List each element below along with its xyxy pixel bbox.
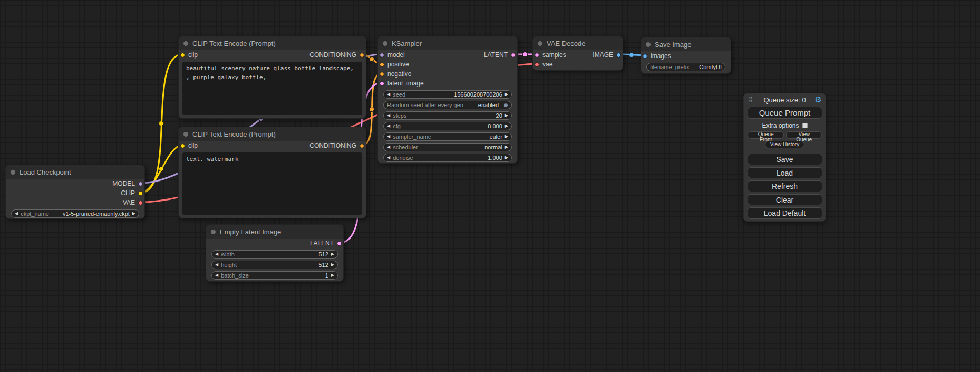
widget-scheduler[interactable]: ◀ scheduler normal ▶ bbox=[383, 143, 512, 151]
view-queue-button[interactable]: View Queue bbox=[786, 131, 822, 139]
refresh-button[interactable]: Refresh bbox=[748, 180, 822, 192]
node-empty-latent-image[interactable]: Empty Latent Image LATENT ◀ width 512 ▶ … bbox=[206, 224, 344, 282]
output-slot-clip[interactable]: CLIP bbox=[121, 189, 143, 197]
decrement-icon[interactable]: ◀ bbox=[387, 124, 390, 128]
collapse-dot-icon[interactable] bbox=[11, 170, 15, 175]
output-slot-latent[interactable]: LATENT bbox=[310, 240, 342, 247]
input-port-negative[interactable] bbox=[380, 72, 384, 77]
settings-gear-icon[interactable]: ⚙ bbox=[815, 95, 822, 104]
node-titlebar[interactable]: VAE Decode bbox=[533, 36, 623, 50]
widget-steps[interactable]: ◀ steps 20 ▶ bbox=[383, 111, 512, 120]
increment-icon[interactable]: ▶ bbox=[505, 92, 508, 97]
load-default-button[interactable]: Load Default bbox=[748, 207, 822, 219]
input-port-vae[interactable] bbox=[535, 62, 539, 67]
output-port-model[interactable] bbox=[138, 182, 143, 186]
increment-icon[interactable]: ▶ bbox=[331, 263, 334, 267]
widget-filename-prefix[interactable]: filename_prefix ComfyUI bbox=[646, 63, 725, 71]
input-port-latent-image[interactable] bbox=[380, 81, 384, 86]
node-graph-canvas[interactable]: Load Checkpoint MODEL CLIP VAE ◀ ckpt_na… bbox=[0, 0, 980, 372]
toggle-dot-icon[interactable] bbox=[503, 103, 508, 108]
collapse-dot-icon[interactable] bbox=[211, 230, 216, 234]
input-port-images[interactable] bbox=[643, 54, 647, 59]
decrement-icon[interactable]: ◀ bbox=[387, 145, 390, 149]
widget-ckpt-name[interactable]: ◀ ckpt_name v1-5-pruned-emaonly.ckpt ▶ bbox=[11, 209, 139, 218]
input-port-samples[interactable] bbox=[535, 53, 539, 58]
output-slot-latent[interactable]: LATENT bbox=[484, 51, 516, 59]
increment-icon[interactable]: ▶ bbox=[331, 273, 334, 278]
collapse-dot-icon[interactable] bbox=[538, 41, 542, 46]
output-port-latent[interactable] bbox=[337, 241, 342, 246]
collapse-dot-icon[interactable] bbox=[646, 42, 651, 47]
widget-sampler-name[interactable]: ◀ sampler_name euler ▶ bbox=[383, 132, 512, 141]
extra-options-checkbox[interactable] bbox=[802, 123, 808, 128]
widget-height[interactable]: ◀ height 512 ▶ bbox=[211, 261, 338, 269]
input-port-clip[interactable] bbox=[180, 144, 185, 148]
increment-icon[interactable]: ▶ bbox=[331, 252, 334, 256]
clear-button[interactable]: Clear bbox=[748, 194, 822, 206]
increment-icon[interactable]: ▶ bbox=[505, 135, 508, 139]
prev-value-icon[interactable]: ◀ bbox=[15, 212, 18, 216]
widget-denoise[interactable]: ◀ denoise 1.000 ▶ bbox=[383, 154, 512, 162]
node-titlebar[interactable]: CLIP Text Encode (Prompt) bbox=[179, 36, 366, 50]
input-slot-clip[interactable]: clip bbox=[180, 142, 198, 149]
decrement-icon[interactable]: ◀ bbox=[215, 263, 218, 267]
output-port-conditioning[interactable] bbox=[360, 53, 364, 58]
widget-width[interactable]: ◀ width 512 ▶ bbox=[211, 250, 338, 259]
load-button[interactable]: Load bbox=[748, 167, 822, 179]
prompt-textarea[interactable]: text, watermark bbox=[182, 152, 362, 215]
widget-batch-size[interactable]: ◀ batch_size 1 ▶ bbox=[211, 271, 338, 280]
node-titlebar[interactable]: Save Image bbox=[641, 37, 731, 51]
input-slot-negative[interactable]: negative bbox=[380, 70, 411, 78]
output-port-vae[interactable] bbox=[138, 201, 143, 205]
queue-front-button[interactable]: Queue Front bbox=[748, 131, 784, 139]
decrement-icon[interactable]: ◀ bbox=[215, 273, 218, 278]
decrement-icon[interactable]: ◀ bbox=[215, 252, 218, 256]
output-port-latent[interactable] bbox=[511, 53, 516, 58]
decrement-icon[interactable]: ◀ bbox=[387, 135, 390, 139]
output-port-image[interactable] bbox=[616, 53, 621, 58]
node-clip-text-encode-positive[interactable]: CLIP Text Encode (Prompt) clip CONDITION… bbox=[178, 36, 366, 119]
prompt-textarea[interactable]: beautiful scenery nature glass bottle la… bbox=[182, 62, 362, 115]
node-titlebar[interactable]: Load Checkpoint bbox=[6, 165, 144, 179]
input-slot-samples[interactable]: samples bbox=[535, 51, 566, 59]
decrement-icon[interactable]: ◀ bbox=[387, 156, 390, 160]
increment-icon[interactable]: ▶ bbox=[505, 156, 508, 160]
node-titlebar[interactable]: CLIP Text Encode (Prompt) bbox=[179, 127, 366, 141]
output-slot-vae[interactable]: VAE bbox=[123, 199, 143, 206]
input-slot-clip[interactable]: clip bbox=[180, 51, 198, 59]
input-slot-latent-image[interactable]: latent_image bbox=[380, 80, 424, 87]
increment-icon[interactable]: ▶ bbox=[505, 145, 508, 149]
input-slot-images[interactable]: images bbox=[643, 52, 671, 60]
output-slot-image[interactable]: IMAGE bbox=[593, 51, 621, 59]
node-vae-decode[interactable]: VAE Decode samples IMAGE vae bbox=[532, 36, 623, 71]
node-load-checkpoint[interactable]: Load Checkpoint MODEL CLIP VAE ◀ ckpt_na… bbox=[5, 165, 145, 219]
collapse-dot-icon[interactable] bbox=[183, 132, 188, 137]
decrement-icon[interactable]: ◀ bbox=[387, 92, 390, 97]
output-slot-conditioning[interactable]: CONDITIONING bbox=[309, 51, 364, 59]
widget-random-seed[interactable]: Random seed after every gen enabled bbox=[383, 101, 512, 109]
collapse-dot-icon[interactable] bbox=[383, 41, 387, 46]
widget-cfg[interactable]: ◀ cfg 8.000 ▶ bbox=[383, 122, 512, 130]
node-clip-text-encode-negative[interactable]: CLIP Text Encode (Prompt) clip CONDITION… bbox=[178, 127, 366, 218]
output-port-conditioning[interactable] bbox=[360, 144, 364, 148]
node-save-image[interactable]: Save Image images filename_prefix ComfyU… bbox=[641, 37, 731, 74]
input-slot-positive[interactable]: positive bbox=[380, 61, 409, 68]
increment-icon[interactable]: ▶ bbox=[505, 124, 508, 128]
output-slot-conditioning[interactable]: CONDITIONING bbox=[309, 142, 364, 149]
output-port-clip[interactable] bbox=[138, 191, 143, 196]
queue-prompt-button[interactable]: Queue Prompt bbox=[748, 107, 822, 119]
save-button[interactable]: Save bbox=[748, 154, 822, 165]
node-titlebar[interactable]: KSampler bbox=[378, 36, 517, 50]
view-history-button[interactable]: View History bbox=[765, 141, 804, 148]
collapse-dot-icon[interactable] bbox=[183, 41, 188, 46]
decrement-icon[interactable]: ◀ bbox=[387, 113, 390, 118]
input-port-positive[interactable] bbox=[380, 62, 384, 67]
output-slot-model[interactable]: MODEL bbox=[112, 180, 143, 187]
input-slot-vae[interactable]: vae bbox=[535, 61, 552, 68]
increment-icon[interactable]: ▶ bbox=[505, 113, 508, 118]
next-value-icon[interactable]: ▶ bbox=[132, 212, 135, 216]
node-ksampler[interactable]: KSampler model LATENT positive negative bbox=[377, 36, 518, 164]
drag-handle-icon[interactable]: ⣿ bbox=[749, 96, 753, 103]
input-slot-model[interactable]: model bbox=[380, 51, 405, 59]
widget-seed[interactable]: ◀ seed 156680208700286 ▶ bbox=[383, 90, 512, 99]
